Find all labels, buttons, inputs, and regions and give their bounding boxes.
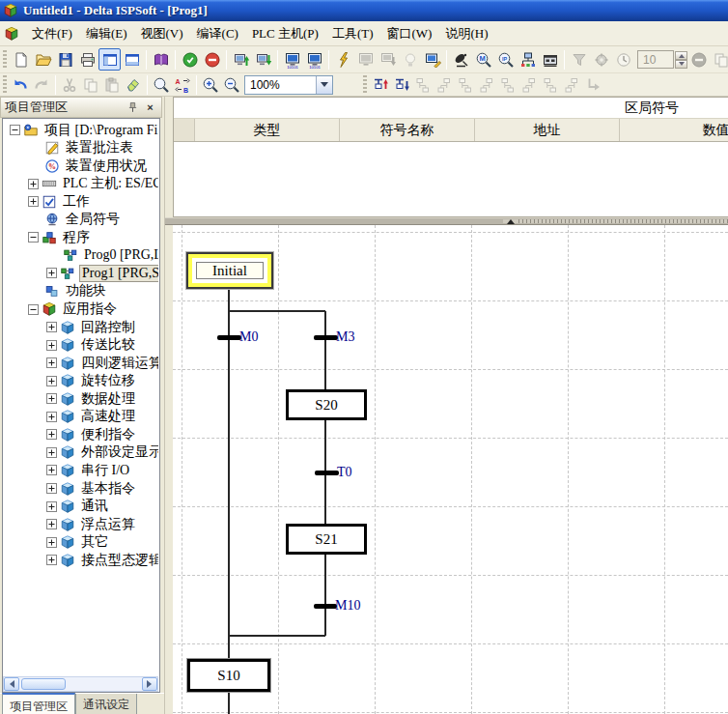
online-monitor-button[interactable]: 10101	[281, 48, 303, 71]
scroll-thumb[interactable]	[21, 678, 66, 690]
tree-item-19[interactable]: 串行 I/O	[4, 461, 131, 479]
tree-item-2[interactable]: %装置使用状况	[4, 157, 149, 175]
panel-tab-2[interactable]: 通讯设定	[75, 694, 137, 714]
tree-item-3[interactable]: PLC 主机: ES/EC	[4, 175, 158, 193]
tree-item-20[interactable]: 基本指令	[4, 479, 137, 498]
simulator-button[interactable]	[539, 48, 561, 71]
cut-button[interactable]	[59, 74, 80, 95]
symbol-table-body[interactable]	[174, 142, 728, 217]
insert-jump-button[interactable]	[582, 75, 603, 96]
sfc-transition-m10[interactable]	[314, 604, 337, 609]
monitor-download-button[interactable]	[377, 48, 399, 71]
tree-expander-minus[interactable]	[10, 125, 20, 135]
insert-serial-convergence-button[interactable]	[434, 75, 455, 96]
menu-item-1[interactable]: 文件(F)	[25, 21, 79, 46]
combo-dropdown-icon[interactable]	[316, 76, 332, 94]
tree-expander-plus[interactable]	[46, 447, 57, 458]
tree-item-21[interactable]: 通讯	[4, 498, 110, 516]
refresh-time-button[interactable]	[612, 48, 634, 71]
panel-tab-1[interactable]: 项目管理区	[2, 693, 75, 714]
tree-item-8[interactable]: Prog1 [PRG,SFC]	[4, 264, 158, 282]
tree-expander-plus[interactable]	[46, 483, 57, 494]
message-panel-toggle-button[interactable]	[121, 48, 143, 71]
tree-expander-plus[interactable]	[46, 340, 57, 351]
scroll-right-icon[interactable]	[142, 677, 157, 691]
monitor-table-button[interactable]	[354, 48, 377, 71]
copy-button[interactable]	[80, 74, 101, 95]
menu-item-7[interactable]: 窗口(W)	[379, 21, 438, 46]
filter-button[interactable]	[568, 48, 590, 71]
symbol-row-header-stub[interactable]	[174, 119, 195, 141]
pane-splitter[interactable]	[165, 217, 728, 225]
replace-button[interactable]: AB	[172, 74, 193, 95]
insert-selective-convergence-button[interactable]	[518, 75, 540, 96]
tree-item-11[interactable]: 回路控制	[4, 318, 137, 336]
collapse-up-icon[interactable]	[503, 219, 518, 223]
new-file-button[interactable]	[10, 48, 32, 71]
find-button[interactable]	[151, 74, 172, 95]
insert-simultaneous-divergence-button[interactable]	[455, 75, 476, 96]
tree-expander-plus[interactable]	[46, 501, 57, 512]
tree-item-10[interactable]: 应用指令	[4, 300, 119, 319]
toolbar-grip[interactable]	[3, 75, 7, 95]
tree-expander-plus[interactable]	[46, 465, 57, 475]
upload-program-button[interactable]	[230, 48, 252, 71]
tree-item-15[interactable]: 数据处理	[4, 389, 137, 408]
paste-button[interactable]	[101, 74, 123, 95]
print-button[interactable]	[76, 48, 98, 71]
tree-expander-plus[interactable]	[46, 268, 57, 278]
zoom-out-button[interactable]	[221, 74, 242, 95]
pin-icon[interactable]	[126, 100, 140, 114]
menu-item-3[interactable]: 视图(V)	[134, 21, 190, 46]
tree-expander-minus[interactable]	[28, 304, 39, 315]
tree-item-12[interactable]: 传送比较	[4, 336, 137, 355]
tree-horizontal-scrollbar[interactable]	[3, 676, 158, 692]
tree-expander-plus[interactable]	[46, 393, 57, 404]
sfc-transition-m3[interactable]	[314, 335, 338, 340]
insert-step-above-button[interactable]	[370, 75, 391, 96]
stop-plc-button[interactable]	[201, 48, 223, 71]
tree-item-17[interactable]: 便利指令	[4, 425, 137, 443]
menu-item-4[interactable]: 编译(C)	[190, 21, 245, 46]
toolbar-grip[interactable]	[363, 75, 367, 95]
download-program-button[interactable]	[252, 48, 274, 71]
help-book-button[interactable]	[150, 48, 172, 71]
run-plc-button[interactable]	[179, 48, 201, 71]
edit-value-button[interactable]	[332, 48, 354, 71]
zoom-in-button[interactable]	[200, 74, 221, 95]
tree-item-6[interactable]: 程序	[4, 228, 92, 246]
monitor-setting-button[interactable]	[590, 48, 612, 71]
tree-expander-plus[interactable]	[46, 322, 57, 332]
sfc-step-s10[interactable]: S10	[187, 659, 270, 692]
communication-setting-button[interactable]	[450, 48, 472, 71]
search-ip-button[interactable]: IP	[494, 48, 517, 71]
tree-expander-plus[interactable]	[46, 376, 57, 386]
insert-selective-divergence-button[interactable]	[497, 75, 518, 96]
undo-button[interactable]	[10, 74, 31, 95]
zoom-level-combo[interactable]: 100%	[244, 75, 333, 95]
tree-item-16[interactable]: 高速处理	[4, 408, 137, 426]
network-planning-button[interactable]	[517, 48, 539, 71]
tree-item-7[interactable]: Prog0 [PRG,LD]	[4, 246, 158, 265]
sfc-step-s21[interactable]: S21	[286, 524, 367, 555]
open-project-button[interactable]	[32, 48, 54, 71]
tree-expander-plus[interactable]	[28, 196, 39, 207]
insert-qualifier-button[interactable]	[540, 75, 561, 96]
insert-simultaneous-convergence-button[interactable]	[476, 75, 497, 96]
insert-serial-divergence-button[interactable]	[412, 75, 434, 96]
title-bar[interactable]: Untitled1 - Delta ISPSoft - [Prog1]	[0, 0, 728, 21]
project-panel-toggle-button[interactable]	[98, 48, 121, 71]
sfc-editor-canvas[interactable]: InitialM0M3S20T0S21M10S10	[173, 225, 728, 714]
force-value-button[interactable]	[399, 48, 421, 71]
search-module-button[interactable]: M	[472, 48, 494, 71]
delete-button[interactable]	[123, 74, 144, 95]
pc-communication-button[interactable]	[421, 48, 443, 71]
scroll-left-icon[interactable]	[4, 677, 19, 691]
spin-down-icon[interactable]	[675, 60, 687, 69]
splitter-collapse-strip[interactable]	[503, 219, 728, 223]
tree-item-18[interactable]: 外部设定显示	[4, 443, 158, 462]
menu-item-2[interactable]: 编辑(E)	[79, 21, 134, 46]
symbol-column-header[interactable]: 数值	[620, 119, 728, 141]
tree-expander-plus[interactable]	[46, 555, 57, 565]
sfc-step-s20[interactable]: S20	[286, 389, 367, 420]
